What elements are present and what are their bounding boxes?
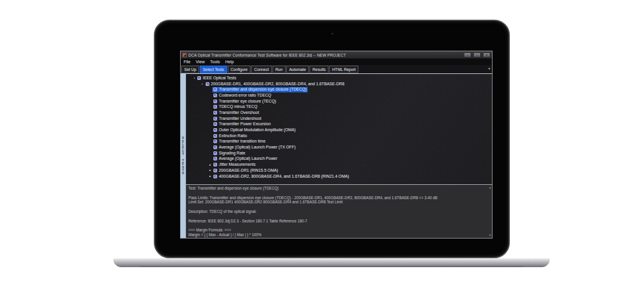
tree-row[interactable]: ✓Transmitter Overshoot xyxy=(208,110,492,116)
tree-row[interactable]: ✓Codeword error ratio TDECQ xyxy=(208,92,492,98)
checkbox-checked-icon[interactable]: ✓ xyxy=(213,134,217,138)
expander-dot-icon[interactable] xyxy=(200,83,205,85)
tab-configure[interactable]: Configure xyxy=(228,66,251,73)
checkbox-checked-icon[interactable]: ✓ xyxy=(213,128,217,132)
tree-row[interactable]: ▸✓400GBASE-DR2, 800GBASE-DR4, and 1.6TBA… xyxy=(208,174,492,179)
test-tree: ✓IEEE Optical Tests✓200GBASE-DR1, 400GBA… xyxy=(186,74,492,184)
tab-set-up[interactable]: Set Up xyxy=(181,66,199,73)
tab-automate[interactable]: Automate xyxy=(286,66,309,73)
description-line xyxy=(188,223,486,228)
tree-row-highlight: ✓Signaling Rate xyxy=(212,150,246,156)
menu-item-view[interactable]: View xyxy=(196,59,205,65)
tree-row-highlight: ✓Extinction Ratio xyxy=(212,133,248,138)
window-title: DCA Optical Transmitter Conformance Test… xyxy=(188,53,462,57)
tree-row[interactable]: ✓Transmitter Undershoot xyxy=(208,116,492,122)
tree-row[interactable]: ✓Average (Optical) Launch Power (TX OFF) xyxy=(208,144,492,150)
tree-row[interactable]: ✓Average (Optical) Launch Power xyxy=(208,156,492,162)
checkbox-checked-icon[interactable]: ✓ xyxy=(213,88,217,91)
description-panel: ▲ ▼ Test: Transmitter and dispersion eye… xyxy=(181,184,492,238)
tree-row[interactable]: ▸✓200GBASE-DR1 (RIN15.5 OMA) xyxy=(208,168,492,174)
tab-select-tests[interactable]: Select Tests xyxy=(200,66,227,73)
tree-row-label: 400GBASE-DR2, 800GBASE-DR4, and 1.6TBASE… xyxy=(219,174,349,179)
tab-results[interactable]: Results xyxy=(309,66,329,73)
checkbox-checked-icon[interactable]: ✓ xyxy=(213,111,217,114)
menu-bar: FileViewToolsHelp xyxy=(181,58,492,65)
tree-row-label: Transmitter and dispersion eye closure (… xyxy=(219,87,306,92)
tree-row[interactable]: ✓200GBASE-DR1, 400GBASE-DR2, 800GBASE-DR… xyxy=(200,81,493,87)
tree-row-highlight: ✓200GBASE-DR1 (RIN15.5 OMA) xyxy=(212,168,279,174)
menu-item-file[interactable]: File xyxy=(184,59,190,65)
tab-overflow-caret-icon[interactable]: ▾ xyxy=(488,67,490,70)
tree-row-highlight: ✓Transmitter Undershoot xyxy=(212,116,262,121)
tree-row-label: Extinction Ratio xyxy=(219,134,247,138)
tree-row-highlight: ✓200GBASE-DR1, 400GBASE-DR2, 800GBASE-DR… xyxy=(205,81,346,86)
maximize-button[interactable]: □ xyxy=(473,52,481,57)
checkbox-checked-icon[interactable]: ✓ xyxy=(213,140,217,143)
checkbox-checked-icon[interactable]: ✓ xyxy=(197,76,201,80)
tree-row-highlight: ✓Transmitter Power Excursion xyxy=(212,122,272,127)
description-line: === Margin Formula: === xyxy=(188,228,486,233)
expander-arrow-icon[interactable]: ▸ xyxy=(208,175,212,178)
checkbox-checked-icon[interactable]: ✓ xyxy=(213,100,217,103)
scroll-up-icon[interactable]: ▲ xyxy=(489,186,491,189)
checkbox-checked-icon[interactable]: ✓ xyxy=(213,122,217,126)
minimize-button[interactable]: — xyxy=(464,52,471,57)
tree-row-highlight: ✓Average (Optical) Launch Power xyxy=(212,156,278,162)
menu-item-help[interactable]: Help xyxy=(225,59,234,65)
tree-row-label: Outer Optical Modulation Amplitude (OMA) xyxy=(219,128,296,132)
checkbox-checked-icon[interactable]: ✓ xyxy=(213,105,217,109)
description-line: Margin = ( ( Max - Actual ) / | Max | ) … xyxy=(188,233,486,237)
tree-row[interactable]: ✓TDECQ minus TECQ xyxy=(208,104,492,110)
expander-arrow-icon: ▸ xyxy=(209,169,211,172)
tree-row-highlight: ✓400GBASE-DR2, 800GBASE-DR4, and 1.6TBAS… xyxy=(212,174,350,179)
tree-row[interactable]: ✓Transmitter transition time xyxy=(208,139,492,145)
tab-connect[interactable]: Connect xyxy=(251,66,272,73)
tree-row[interactable]: ✓Outer Optical Modulation Amplitude (OMA… xyxy=(208,127,492,133)
tree-row[interactable]: ✓Extinction Ratio xyxy=(208,133,492,139)
tree-row-label: IEEE Optical Tests xyxy=(203,76,236,81)
tree-row-label: 200GBASE-DR1 (RIN15.5 OMA) xyxy=(219,168,278,173)
scroll-down-icon[interactable]: ▼ xyxy=(489,234,491,237)
checkbox-checked-icon[interactable]: ✓ xyxy=(213,94,217,97)
tree-row[interactable]: ✓Transmitter eye closure (TECQ) xyxy=(208,98,492,104)
tab-run[interactable]: Run xyxy=(273,66,286,73)
tree-row-label: Average (Optical) Launch Power (TX OFF) xyxy=(219,145,296,150)
expander-dot-icon[interactable] xyxy=(192,78,196,79)
tree-row[interactable]: ✓IEEE Optical Tests xyxy=(192,75,492,81)
tree-row-label: Transmitter eye closure (TECQ) xyxy=(219,99,276,104)
tree-row-label: Transmitter Power Excursion xyxy=(219,122,271,126)
checkbox-checked-icon[interactable]: ✓ xyxy=(213,117,217,120)
tree-row[interactable]: ✓Signaling Rate xyxy=(208,150,492,156)
expander-arrow-icon[interactable]: ▸ xyxy=(208,169,212,172)
checkbox-checked-icon[interactable]: ✓ xyxy=(213,163,217,166)
checkbox-checked-icon[interactable]: ✓ xyxy=(213,169,217,172)
tree-row[interactable]: ▸✓Jitter Measurements xyxy=(208,162,492,168)
app-window: DCA Optical Transmitter Conformance Test… xyxy=(180,51,493,239)
checkbox-checked-icon[interactable]: ✓ xyxy=(213,146,217,149)
tab-bar: Set UpSelect TestsConfigureConnectRunAut… xyxy=(181,65,492,73)
page: DCA Optical Transmitter Conformance Test… xyxy=(0,0,644,291)
tree-row-label: Jitter Measurements xyxy=(219,162,256,167)
menu-item-tools[interactable]: Tools xyxy=(210,59,219,65)
checkbox-checked-icon[interactable]: ✓ xyxy=(206,82,209,86)
tree-row-label: Codeword error ratio TDECQ xyxy=(219,93,271,98)
expander-arrow-icon[interactable]: ▸ xyxy=(208,163,212,166)
description-line: Reference: IEEE 802.3dj D2.3 - Section 1… xyxy=(188,219,486,224)
tree-row-label: 200GBASE-DR1, 400GBASE-DR2, 800GBASE-DR4… xyxy=(211,82,345,86)
checkbox-checked-icon[interactable]: ✓ xyxy=(213,151,217,155)
side-tab-letter: T xyxy=(182,153,184,156)
description-line: Description: TDECQ of the optical signal… xyxy=(188,209,486,214)
tree-row-highlight: ✓Transmitter transition time xyxy=(212,139,267,144)
tree-row-highlight: ✓Transmitter and dispersion eye closure … xyxy=(212,87,308,92)
tree-row[interactable]: ✓Transmitter Power Excursion xyxy=(208,122,492,128)
tree-row[interactable]: ✓Transmitter and dispersion eye closure … xyxy=(208,86,492,92)
checkbox-checked-icon[interactable]: ✓ xyxy=(213,175,217,178)
select-tests-side-tab[interactable]: SELECTTESTS xyxy=(181,74,186,238)
tree-row-label: Transmitter Undershoot xyxy=(219,116,261,121)
tab-html-report[interactable]: HTML Report xyxy=(329,66,358,73)
tree-row-highlight: ✓Average (Optical) Launch Power (TX OFF) xyxy=(212,145,297,150)
checkbox-checked-icon[interactable]: ✓ xyxy=(213,157,217,160)
webcam-dot xyxy=(332,33,333,35)
close-button[interactable]: ✕ xyxy=(483,52,490,57)
description-line: Pass Limits: Transmitter and dispersion … xyxy=(188,196,486,200)
